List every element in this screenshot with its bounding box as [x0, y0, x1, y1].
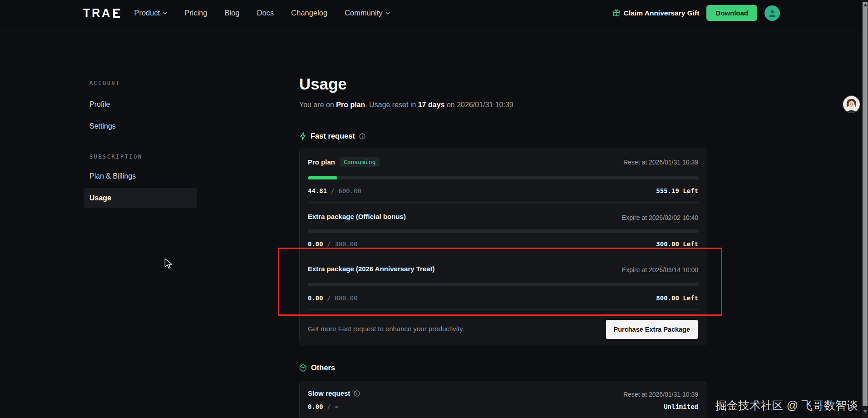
fast-request-section-header: Fast request — [299, 132, 365, 140]
claim-gift-label: Claim Anniversary Gift — [624, 9, 700, 17]
expire-date-text: Expire at 2026/02/02 10:40 — [622, 214, 698, 221]
row-label: Slow request — [308, 389, 350, 397]
nav-label: Pricing — [184, 9, 207, 17]
nav-item-docs[interactable]: Docs — [257, 9, 274, 17]
usage-numbers: 0.00 / ∞ Unlimited — [308, 403, 699, 410]
others-card: Slow request Reset at 2026/01/31 10:39 0… — [299, 381, 707, 418]
chevron-down-icon — [385, 12, 390, 15]
used-value: 44.81 — [308, 187, 327, 194]
person-icon — [768, 9, 777, 18]
sidebar-section-subscription: SUBSCRIPTION — [89, 154, 143, 160]
nav-item-blog[interactable]: Blog — [225, 9, 240, 17]
page-title: Usage — [299, 75, 347, 93]
used-value: 0.00 — [308, 240, 323, 248]
total-value: 300.00 — [335, 240, 358, 248]
trae-logo[interactable]: TRA — [83, 6, 120, 20]
separator: / — [327, 403, 330, 410]
sidebar-item-settings[interactable]: Settings — [89, 122, 116, 130]
consuming-badge: Consuming — [340, 157, 380, 167]
used-value: 0.00 — [308, 403, 323, 410]
row-label: Pro plan — [308, 158, 335, 166]
subtitle-reset-date: on 2026/01/31 10:39 — [445, 101, 513, 109]
row-title-pro-plan: Pro plan Consuming — [308, 157, 380, 167]
scrollbar-up-arrow-icon[interactable] — [863, 4, 867, 6]
separator: / — [327, 240, 330, 248]
scrollbar-down-arrow-icon[interactable] — [863, 410, 867, 413]
nav-item-community[interactable]: Community — [345, 9, 390, 17]
expire-date-text: Expire at 2026/03/14 10:00 — [622, 266, 698, 274]
plan-subtitle: You are on Pro plan. Usage reset in 17 d… — [299, 101, 513, 109]
row-title-official-bonus: Extra package (Official bonus) — [308, 213, 406, 220]
row-divider — [308, 309, 699, 310]
sidebar-item-usage-active[interactable]: Usage — [84, 188, 197, 208]
total-value: ∞ — [335, 403, 338, 410]
sidebar-item-plan-billings[interactable]: Plan & Billings — [89, 172, 136, 180]
unlimited-value: Unlimited — [664, 403, 698, 410]
separator: / — [331, 187, 335, 194]
nav-label: Docs — [257, 9, 274, 17]
nav-item-changelog[interactable]: Changelog — [291, 9, 327, 17]
download-button[interactable]: Download — [706, 5, 757, 21]
sidebar-item-usage-label: Usage — [84, 188, 197, 208]
others-section-header: Others — [299, 363, 335, 372]
navbar-right-cluster: Claim Anniversary Gift Download — [612, 5, 868, 21]
logo-text: TRA — [83, 6, 112, 20]
sidebar-item-profile[interactable]: Profile — [89, 100, 110, 109]
left-value: 800.00 Left — [656, 294, 698, 302]
nav-links: Product Pricing Blog Docs Changelog Comm… — [134, 9, 390, 17]
cartoon-avatar-icon — [843, 96, 860, 113]
account-avatar-button[interactable] — [764, 5, 780, 21]
total-value: 600.00 — [338, 187, 361, 194]
mouse-cursor — [163, 258, 173, 271]
trae-usage-page: TRA Product Pricing Blog Docs Changelog … — [0, 0, 868, 418]
row-title-slow-request: Slow request — [308, 389, 360, 397]
claim-anniversary-gift-link[interactable]: Claim Anniversary Gift — [612, 9, 700, 17]
subtitle-plan-name: Pro plan — [336, 101, 365, 109]
nav-label: Community — [345, 9, 382, 17]
left-value: 300.00 Left — [656, 240, 698, 248]
vertical-scrollbar[interactable] — [862, 0, 868, 418]
purchase-extra-package-button[interactable]: Purchase Extra Package — [606, 320, 698, 339]
cube-icon — [299, 364, 307, 372]
watermark-text: 掘金技术社区 @ 飞哥数智谈 — [715, 398, 858, 413]
reset-date-text: Reset at 2026/01/31 10:39 — [623, 159, 698, 166]
usage-numbers: 0.00 / 300.00 300.00 Left — [308, 240, 699, 248]
logo-e-glyph — [113, 9, 120, 18]
floating-user-avatar[interactable] — [843, 96, 860, 113]
others-title: Others — [311, 363, 335, 372]
sidebar-section-account: ACCOUNT — [89, 80, 120, 86]
reset-date-text: Reset at 2026/01/31 10:39 — [623, 391, 698, 398]
progress-fill — [308, 176, 337, 179]
nav-item-product[interactable]: Product — [134, 9, 167, 17]
usage-numbers: 0.00 / 800.00 800.00 Left — [308, 294, 699, 302]
info-icon[interactable] — [359, 133, 365, 139]
nav-label: Product — [134, 9, 160, 17]
row-divider — [308, 202, 699, 203]
progress-bar — [308, 176, 699, 179]
fast-request-title: Fast request — [311, 132, 355, 140]
row-title-anniversary-treat: Extra package (2026 Anniversary Treat) — [308, 265, 435, 273]
info-icon[interactable] — [354, 390, 360, 397]
progress-bar — [308, 229, 699, 233]
top-navbar: TRA Product Pricing Blog Docs Changelog … — [0, 0, 868, 26]
nav-label: Blog — [225, 9, 240, 17]
usage-numbers: 44.81 / 600.00 555.19 Left — [308, 187, 699, 194]
gift-icon — [612, 9, 620, 17]
subtitle-prefix: You are on — [299, 101, 336, 109]
total-value: 800.00 — [335, 294, 358, 302]
row-divider — [308, 255, 699, 255]
left-value: 555.19 Left — [656, 187, 698, 194]
subtitle-days: 17 days — [418, 101, 445, 109]
nav-item-pricing[interactable]: Pricing — [184, 9, 207, 17]
scrollbar-thumb[interactable] — [863, 2, 868, 406]
separator: / — [327, 294, 330, 302]
lightning-icon — [299, 132, 306, 140]
subtitle-middle: . Usage reset in — [365, 101, 418, 109]
nav-label: Changelog — [291, 9, 327, 17]
fast-request-card: Pro plan Consuming Reset at 2026/01/31 1… — [299, 148, 707, 345]
used-value: 0.00 — [308, 294, 323, 302]
footer-hint-text: Get more Fast request to enhance your pr… — [308, 325, 464, 333]
progress-bar — [308, 283, 699, 286]
chevron-down-icon — [163, 12, 167, 15]
